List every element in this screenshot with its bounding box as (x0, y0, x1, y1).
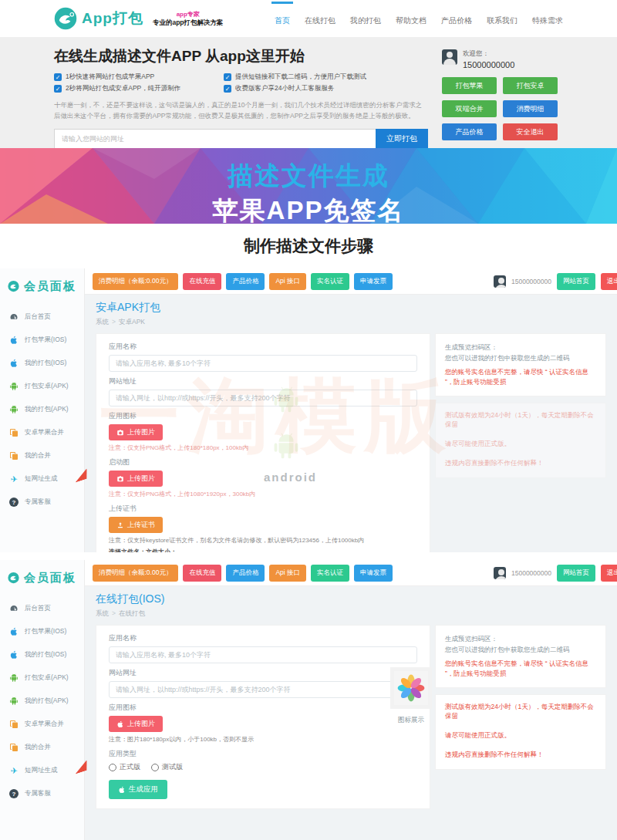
pack-now-button[interactable]: 立即打包 (376, 129, 428, 149)
breadcrumb-root[interactable]: 系统 (96, 318, 109, 326)
sidebar-item-my-apk[interactable]: 我的打包(APK) (0, 398, 84, 421)
upload-icon-button[interactable]: 上传图片 (109, 424, 163, 440)
sidebar-item-my-merge[interactable]: 我的合并 (0, 444, 84, 467)
realname-verify-button[interactable]: 实名认证 (311, 565, 349, 582)
logout-button[interactable]: 退出 (601, 565, 617, 582)
breadcrumb: 系统>安卓APK (96, 318, 606, 327)
preview-line: 生成预览扫码区： (445, 633, 596, 644)
merge-both-button[interactable]: 双端合并 (442, 100, 497, 117)
api-button[interactable]: Api 接口 (269, 565, 306, 582)
sidebar-item-label: 我的打包(APK) (25, 405, 69, 414)
sidebar-item-pack-ios[interactable]: 打包苹果(IOS) (0, 329, 84, 352)
logo-bird-icon (54, 7, 77, 30)
member-panel-ios: 会员面板 后台首页 打包苹果(IOS) 我的打包(IOS) 打包安卓(APK) … (0, 560, 617, 840)
sidebar-item-support[interactable]: 专属客服 (0, 491, 84, 514)
invoice-button[interactable]: 申请发票 (354, 565, 393, 582)
upload-icon-button[interactable]: 上传图片 (109, 716, 163, 732)
radio-release[interactable]: 正式版 (109, 762, 140, 772)
sidebar-item-label: 我的合并 (25, 451, 51, 460)
sidebar-item-dashboard[interactable]: 后台首页 (0, 305, 84, 329)
sidebar-item-pack-apk[interactable]: 打包安卓(APK) (0, 666, 84, 690)
pricing-button[interactable]: 产品价格 (442, 123, 497, 140)
safe-logout-button[interactable]: 安全退出 (503, 123, 558, 140)
sidebar-item-short-url[interactable]: 短网址生成 (0, 759, 84, 782)
recharge-button[interactable]: 在线充值 (183, 273, 221, 290)
sidebar-item-my-apk[interactable]: 我的打包(APK) (0, 690, 84, 713)
user-phone: 15000000000 (511, 278, 551, 285)
pack-apple-button[interactable]: 打包苹果 (442, 77, 497, 94)
apple-icon (116, 720, 124, 728)
merge-icon (9, 428, 19, 437)
site-url-input[interactable] (109, 390, 417, 407)
feature-label: 提供短链接和下载二维码，方便用户下载测试 (235, 73, 366, 82)
logo[interactable]: App打包 app专家 专业的app打包解决方案 (54, 7, 224, 30)
generate-ios-button[interactable]: 生成应用 (109, 780, 167, 799)
upload-splash-button[interactable]: 上传图片 (109, 471, 163, 487)
feature-item: 收费版客户享24小时人工客服服务 (224, 84, 428, 93)
site-home-button[interactable]: 网站首页 (557, 273, 595, 290)
upload-button-label: 上传图片 (127, 427, 155, 437)
pack-android-button[interactable]: 打包安卓 (503, 77, 558, 94)
apple-icon (9, 359, 19, 368)
recharge-button[interactable]: 在线充值 (183, 565, 221, 582)
banner-title-highlight: 描述文件生成 (228, 161, 389, 190)
nav-item-contact[interactable]: 联系我们 (487, 11, 518, 26)
sidebar-item-merge[interactable]: 安卓苹果合并 (0, 421, 84, 444)
notice-box: 测试版有效期为24小时（1天），每天定期删除不会保留 请尽可能使用正式版。 违规… (435, 694, 606, 770)
logout-button[interactable]: 退出 (601, 273, 617, 290)
support-icon (9, 789, 19, 798)
pricing-button[interactable]: 产品价格 (226, 273, 265, 290)
site-url-input[interactable] (109, 681, 417, 698)
sidebar-item-label: 后台首页 (25, 312, 51, 322)
icon-preview-caption: 图标展示 (390, 716, 432, 725)
notice-line: 违规内容直接删除不作任何解释！ (445, 459, 596, 468)
realname-verify-button[interactable]: 实名认证 (311, 273, 349, 290)
welcome-label: 欢迎您： (463, 49, 514, 59)
radio-test[interactable]: 测试版 (151, 762, 183, 772)
sidebar-item-pack-ios[interactable]: 打包苹果(IOS) (0, 620, 84, 643)
radio-release-input[interactable] (109, 764, 116, 771)
sidebar-item-label: 专属客服 (25, 498, 51, 507)
panel-topbar: 消费明细（余额:0.00元） 在线充值 产品价格 Api 接口 实名认证 申请发… (85, 268, 617, 295)
invoice-button[interactable]: 申请发票 (354, 273, 393, 290)
breadcrumb-root[interactable]: 系统 (96, 609, 109, 617)
sidebar-item-merge[interactable]: 安卓苹果合并 (0, 713, 84, 736)
main-nav: 首页 在线打包 我的打包 帮助文档 产品价格 联系我们 特殊需求 (275, 11, 563, 26)
promo-banner: 描述文件生成苹果APP免签名 开始生成 (0, 148, 617, 224)
apple-icon (9, 650, 19, 660)
sidebar-item-pack-apk[interactable]: 打包安卓(APK) (0, 375, 84, 398)
sidebar-item-my-ios[interactable]: 我的打包(IOS) (0, 643, 84, 666)
sidebar-item-support[interactable]: 专属客服 (0, 782, 84, 805)
sidebar-item-short-url[interactable]: 短网址生成 (0, 467, 84, 491)
realname-warning: 您的账号实名信息不完整，请尽快 “ 认证实名信息 ”，防止账号功能受损 (445, 367, 596, 388)
spend-detail-balance-button[interactable]: 消费明细（余额:0.00元） (93, 273, 178, 290)
spend-detail-button[interactable]: 消费明细 (503, 100, 558, 117)
radio-test-input[interactable] (151, 764, 159, 771)
nav-item-online-pack[interactable]: 在线打包 (305, 11, 335, 26)
plane-icon (9, 474, 19, 484)
sidebar-item-label: 短网址生成 (25, 474, 58, 484)
api-button[interactable]: Api 接口 (269, 273, 306, 290)
member-panel-icon (8, 278, 19, 295)
nav-item-help-docs[interactable]: 帮助文档 (396, 11, 427, 26)
app-name-input[interactable] (109, 646, 417, 663)
plane-icon (9, 766, 19, 775)
cert-upload-note: 注意：仅支持keystore证书文件，别名为文件名请勿修改，默认密码为12345… (109, 536, 417, 545)
site-home-button[interactable]: 网站首页 (557, 565, 595, 582)
sidebar-item-my-merge[interactable]: 我的合并 (0, 736, 84, 759)
app-name-input[interactable] (109, 355, 417, 372)
nav-item-my-pack[interactable]: 我的打包 (350, 11, 381, 26)
spend-detail-balance-button[interactable]: 消费明细（余额:0.00元） (93, 565, 178, 582)
pricing-button[interactable]: 产品价格 (226, 565, 265, 582)
breadcrumb-separator: > (112, 318, 116, 326)
site-url-input[interactable] (54, 129, 376, 149)
site-header: App打包 app专家 专业的app打包解决方案 首页 在线打包 我的打包 帮助… (0, 0, 617, 37)
sidebar-item-label: 我的打包(APK) (25, 697, 69, 706)
sidebar-item-dashboard[interactable]: 后台首页 (0, 597, 84, 620)
sidebar-item-my-ios[interactable]: 我的打包(IOS) (0, 352, 84, 375)
nav-item-pricing[interactable]: 产品价格 (441, 11, 472, 26)
nav-item-home[interactable]: 首页 (275, 11, 290, 26)
upload-cert-button[interactable]: 上传证书 (109, 517, 163, 533)
nav-item-special[interactable]: 特殊需求 (532, 11, 563, 26)
breadcrumb-separator: > (112, 609, 116, 617)
